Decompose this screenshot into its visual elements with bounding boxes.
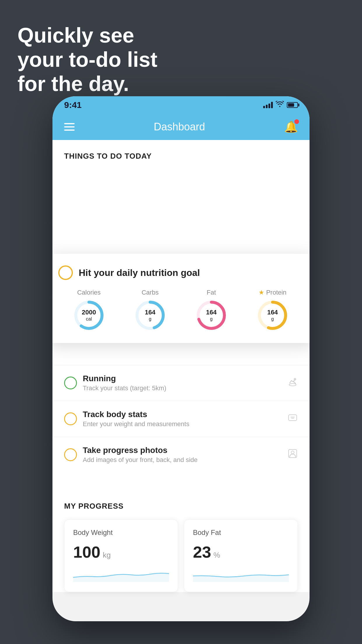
- body-stats-checkbox[interactable]: [64, 412, 77, 425]
- body-fat-card[interactable]: Body Fat 23 %: [184, 519, 298, 592]
- scroll-content: THINGS TO DO TODAY Hit your daily nutrit…: [52, 140, 310, 621]
- body-fat-label: Body Fat: [193, 528, 289, 537]
- body-fat-unit: %: [213, 551, 220, 560]
- running-icon: [287, 377, 298, 390]
- body-stats-subtitle: Enter your weight and measurements: [83, 420, 282, 428]
- progress-cards: Body Weight 100 kg Bo: [64, 519, 298, 592]
- calories-item: Calories 2000cal: [73, 289, 105, 331]
- section-title: THINGS TO DO TODAY: [52, 140, 310, 167]
- phone-frame: 9:41: [52, 96, 310, 621]
- protein-chart: 164g: [256, 299, 289, 331]
- body-fat-value-row: 23 %: [193, 542, 289, 561]
- status-bar: 9:41: [52, 96, 310, 114]
- body-weight-card[interactable]: Body Weight 100 kg: [64, 519, 178, 592]
- calories-value: 2000cal: [82, 309, 96, 322]
- body-stats-text: Track body stats Enter your weight and m…: [83, 410, 282, 428]
- body-weight-label: Body Weight: [73, 528, 169, 537]
- fat-chart: 164g: [195, 299, 227, 331]
- carbs-label: Carbs: [142, 289, 159, 296]
- status-icons: [263, 101, 298, 109]
- todo-running[interactable]: Running Track your stats (target: 5km): [52, 365, 310, 401]
- carbs-item: Carbs 164g: [134, 289, 166, 331]
- star-icon: ★: [259, 289, 264, 296]
- running-text: Running Track your stats (target: 5km): [83, 374, 282, 392]
- carbs-chart: 164g: [134, 299, 166, 331]
- scale-icon: [287, 412, 298, 426]
- progress-section: MY PROGRESS Body Weight 100 kg: [52, 490, 310, 592]
- body-weight-value-row: 100 kg: [73, 542, 169, 561]
- calories-label: Calories: [77, 289, 101, 296]
- wifi-icon: [276, 101, 284, 109]
- person-icon: [287, 448, 298, 461]
- protein-item: ★ Protein 164g: [256, 289, 289, 331]
- protein-value: 164g: [267, 309, 278, 322]
- protein-label: ★ Protein: [259, 289, 287, 296]
- body-fat-chart: [193, 567, 289, 582]
- svg-rect-10: [289, 415, 297, 421]
- header-title: Dashboard: [154, 121, 205, 133]
- body-fat-number: 23: [193, 542, 211, 561]
- battery-icon: [287, 102, 298, 108]
- menu-button[interactable]: [64, 123, 75, 131]
- body-stats-title: Track body stats: [83, 410, 282, 419]
- task-checkbox[interactable]: [58, 265, 73, 280]
- todo-list: Running Track your stats (target: 5km): [52, 365, 310, 473]
- card-title: Hit your daily nutrition goal: [79, 267, 200, 278]
- todo-progress-photos[interactable]: Take progress photos Add images of your …: [52, 437, 310, 473]
- fat-value: 164g: [206, 309, 217, 322]
- nutrition-card: Hit your daily nutrition goal Calories: [52, 254, 310, 343]
- running-title: Running: [83, 374, 282, 383]
- fat-item: Fat 164g: [195, 289, 227, 331]
- photos-checkbox[interactable]: [64, 448, 77, 461]
- svg-point-12: [291, 451, 294, 454]
- nutrition-row: Calories 2000cal: [58, 289, 303, 331]
- carbs-value: 164g: [145, 309, 156, 322]
- notification-bell[interactable]: 🔔: [284, 120, 298, 133]
- running-checkbox[interactable]: [64, 377, 77, 389]
- body-weight-chart: [73, 567, 169, 582]
- photos-subtitle: Add images of your front, back, and side: [83, 456, 282, 464]
- progress-title: MY PROGRESS: [64, 502, 298, 511]
- body-weight-number: 100: [73, 542, 100, 561]
- content-area: THINGS TO DO TODAY Hit your daily nutrit…: [52, 140, 310, 592]
- body-weight-unit: kg: [103, 551, 110, 560]
- svg-point-8: [289, 384, 296, 386]
- todo-body-stats[interactable]: Track body stats Enter your weight and m…: [52, 401, 310, 437]
- photos-text: Take progress photos Add images of your …: [83, 446, 282, 464]
- signal-icon: [263, 102, 273, 108]
- fat-label: Fat: [207, 289, 216, 296]
- status-time: 9:41: [64, 100, 82, 110]
- app-header: Dashboard 🔔: [52, 114, 310, 140]
- calories-chart: 2000cal: [73, 299, 105, 331]
- card-title-row: Hit your daily nutrition goal: [58, 265, 303, 280]
- notification-dot: [294, 119, 299, 124]
- running-subtitle: Track your stats (target: 5km): [83, 384, 282, 392]
- background-headline: Quickly see your to-do list for the day.: [17, 23, 157, 96]
- photos-title: Take progress photos: [83, 446, 282, 455]
